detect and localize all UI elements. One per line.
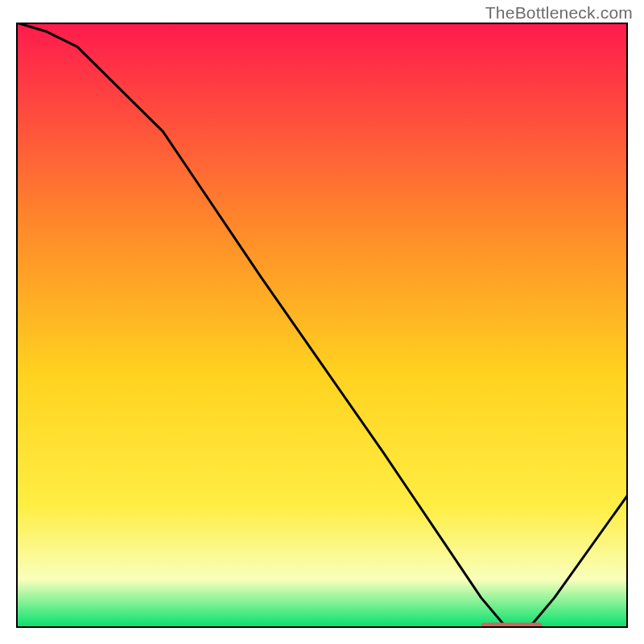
plot-svg (16, 23, 628, 628)
chart-stage: TheBottleneck.com (0, 0, 644, 644)
watermark-text: TheBottleneck.com (485, 3, 633, 23)
gradient-background (16, 23, 628, 628)
plot-area (16, 23, 628, 628)
